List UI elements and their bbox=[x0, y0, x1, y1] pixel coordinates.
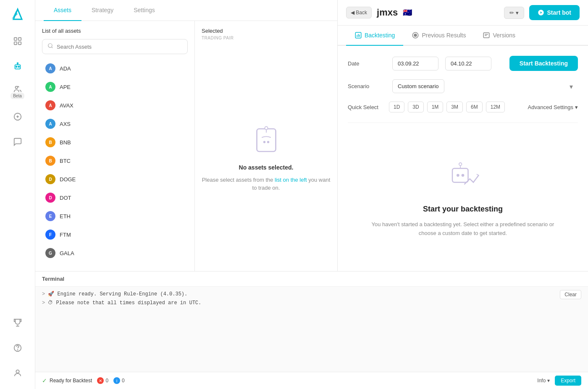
right-tabs: Backtesting Previous Results Versio bbox=[338, 26, 588, 46]
asset-icon: D bbox=[45, 193, 55, 203]
svg-point-16 bbox=[48, 44, 52, 47]
svg-point-34 bbox=[462, 174, 465, 177]
search-icon bbox=[47, 43, 53, 50]
export-button[interactable]: Export bbox=[555, 376, 581, 386]
advanced-settings-link[interactable]: Advanced Settings ▾ bbox=[528, 104, 578, 110]
scenario-select-wrapper: Custom scenario Bull Market Bear Market … bbox=[392, 79, 578, 93]
bt-empty-desc: You haven't started a backtesting yet. S… bbox=[365, 220, 561, 238]
qs-1d[interactable]: 1D bbox=[389, 102, 404, 112]
terminal-header: Terminal bbox=[35, 272, 588, 287]
asset-list-panel: List of all assets AADAAAPEAAVAXAAXSBBNB… bbox=[35, 21, 195, 271]
status-bar: ✓ Ready for Backtest ✕ 0 i 0 Info ▾ Expo… bbox=[35, 372, 588, 389]
advanced-settings-label: Advanced Settings bbox=[528, 104, 573, 110]
search-box[interactable] bbox=[42, 39, 188, 54]
status-dot: ✓ bbox=[42, 377, 47, 384]
asset-icon: A bbox=[45, 63, 55, 73]
main-content: Assets Strategy Settings List of all ass… bbox=[35, 0, 588, 389]
sidebar-item-profile[interactable] bbox=[7, 362, 29, 384]
asset-row[interactable]: AAVAX bbox=[42, 96, 188, 115]
asset-name: BNB bbox=[60, 139, 71, 146]
asset-row[interactable]: FFTM bbox=[42, 225, 188, 244]
qs-12m[interactable]: 12M bbox=[486, 102, 505, 112]
svg-rect-5 bbox=[18, 42, 21, 44]
asset-name: GALA bbox=[60, 250, 74, 256]
info-label: Info bbox=[537, 378, 546, 384]
svg-point-20 bbox=[267, 141, 269, 143]
beta-badge: Beta bbox=[10, 93, 24, 99]
sidebar-item-chat[interactable] bbox=[7, 131, 29, 153]
sidebar-item-trophy[interactable] bbox=[7, 312, 29, 334]
tab-backtesting[interactable]: Backtesting bbox=[346, 26, 403, 46]
previous-results-tab-label: Previous Results bbox=[422, 32, 466, 39]
asset-row[interactable]: DDOGE bbox=[42, 170, 188, 188]
sidebar-item-dashboard[interactable] bbox=[7, 30, 29, 52]
svg-point-8 bbox=[18, 66, 19, 68]
edit-icon: ✏ bbox=[509, 10, 514, 16]
date-to-input[interactable] bbox=[445, 57, 491, 70]
asset-items: AADAAAPEAAVAXAAXSBBNBBBTCDDOGEDDOTEETHFF… bbox=[42, 59, 188, 264]
svg-point-36 bbox=[459, 163, 462, 166]
asset-row[interactable]: AAPE bbox=[42, 78, 188, 96]
asset-row[interactable]: BBNB bbox=[42, 133, 188, 151]
right-panel: ◀ Back jmxs 🇦🇺 ✏ ▾ Start bot bbox=[338, 0, 588, 271]
svg-rect-4 bbox=[14, 42, 16, 44]
asset-row[interactable]: AADA bbox=[42, 59, 188, 78]
sidebar-item-beta[interactable]: Beta bbox=[7, 81, 29, 102]
asset-row[interactable]: AAXS bbox=[42, 115, 188, 133]
scenario-select[interactable]: Custom scenario Bull Market Bear Market … bbox=[392, 79, 444, 93]
selected-panel: Selected TRADING PAIR No assets selected… bbox=[195, 21, 337, 271]
sidebar-item-help[interactable] bbox=[7, 337, 29, 359]
qs-1m[interactable]: 1M bbox=[427, 102, 444, 112]
info-button[interactable]: Info ▾ bbox=[537, 378, 550, 384]
tab-settings[interactable]: Settings bbox=[123, 0, 165, 21]
terminal-line-2: > ⏱ Please note that all times displayed… bbox=[42, 300, 581, 307]
info-chevron: ▾ bbox=[547, 378, 550, 384]
sidebar-item-money[interactable] bbox=[7, 106, 29, 128]
search-input[interactable] bbox=[57, 44, 182, 50]
tab-versions[interactable]: Versions bbox=[474, 26, 524, 46]
empty-state: No assets selected. Please select assets… bbox=[202, 49, 331, 264]
qs-6m[interactable]: 6M bbox=[466, 102, 483, 112]
start-backtesting-button[interactable]: Start Backtesting bbox=[509, 56, 578, 71]
asset-row[interactable]: GGALA bbox=[42, 244, 188, 262]
tab-strategy[interactable]: Strategy bbox=[81, 0, 123, 21]
quick-select-label: Quick Select bbox=[348, 104, 386, 110]
asset-row[interactable]: GGMT bbox=[42, 262, 188, 264]
clear-button[interactable]: Clear bbox=[560, 290, 581, 299]
asset-row[interactable]: EETH bbox=[42, 207, 188, 225]
asset-row[interactable]: DDOT bbox=[42, 188, 188, 207]
asset-icon: D bbox=[45, 174, 55, 184]
asset-icon: A bbox=[45, 82, 55, 92]
svg-point-10 bbox=[17, 63, 18, 64]
qs-3d[interactable]: 3D bbox=[408, 102, 423, 112]
svg-rect-2 bbox=[14, 38, 16, 40]
backtesting-content: Date Start Backtesting Scenario Custom s… bbox=[338, 46, 588, 271]
trading-pair-label: TRADING PAIR bbox=[202, 36, 234, 40]
error-badge: ✕ bbox=[97, 377, 104, 384]
back-button[interactable]: ◀ Back bbox=[346, 7, 372, 18]
date-row: Date Start Backtesting bbox=[348, 56, 578, 71]
start-bot-label: Start bot bbox=[547, 9, 571, 16]
bot-name: jmxs bbox=[377, 7, 398, 18]
date-from-input[interactable] bbox=[392, 57, 438, 70]
asset-row[interactable]: BBTC bbox=[42, 151, 188, 170]
asset-name: BTC bbox=[60, 158, 71, 164]
svg-point-33 bbox=[457, 174, 459, 177]
asset-name: APE bbox=[60, 84, 71, 90]
status-info-count: i 0 bbox=[113, 377, 125, 384]
divider bbox=[348, 123, 578, 123]
asset-name: ADA bbox=[60, 65, 71, 72]
bt-empty-title: Start your backtesting bbox=[423, 205, 503, 214]
tab-previous-results[interactable]: Previous Results bbox=[403, 26, 474, 46]
edit-button[interactable]: ✏ ▾ bbox=[504, 7, 524, 19]
bt-empty-state: Start your backtesting You haven't start… bbox=[348, 133, 578, 261]
status-ready-text: Ready for Backtest bbox=[50, 378, 92, 384]
scenario-row: Scenario Custom scenario Bull Market Bea… bbox=[348, 79, 578, 93]
svg-point-15 bbox=[16, 370, 19, 373]
sidebar-item-bot[interactable] bbox=[7, 55, 29, 77]
svg-point-14 bbox=[17, 350, 18, 350]
start-bot-button[interactable]: Start bot bbox=[529, 5, 580, 20]
qs-3m[interactable]: 3M bbox=[446, 102, 463, 112]
tab-assets[interactable]: Assets bbox=[44, 0, 81, 21]
asset-icon: E bbox=[45, 211, 55, 221]
